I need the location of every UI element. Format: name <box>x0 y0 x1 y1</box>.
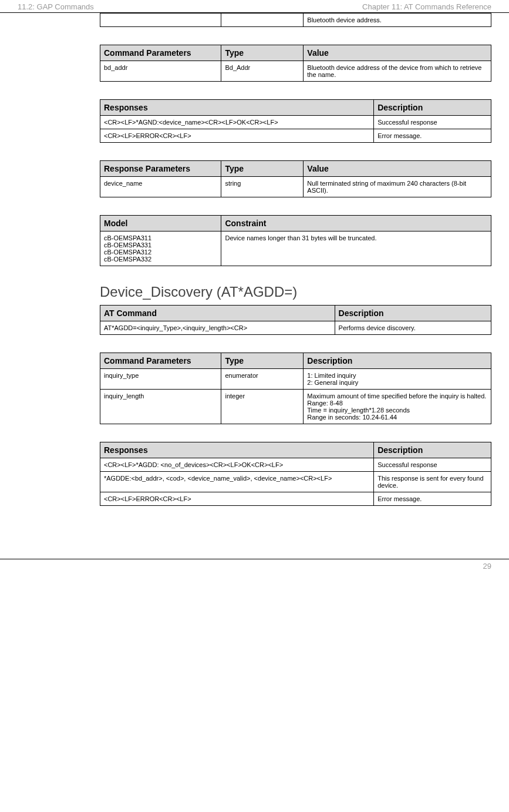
col-header: Type <box>221 45 304 61</box>
command-parameters-table: Command Parameters Type Value bd_addr Bd… <box>100 45 491 82</box>
cell: Successful response <box>374 458 491 472</box>
cell: Device names longer than 31 bytes will b… <box>221 231 491 266</box>
table-header-row: Responses Description <box>100 100 491 116</box>
table-header-row: Command Parameters Type Description <box>100 353 491 369</box>
cell: string <box>221 177 304 197</box>
cell: Maximum amount of time specified before … <box>304 390 491 424</box>
cell: <CR><LF>ERROR<CR><LF> <box>100 492 374 506</box>
cell: integer <box>221 390 304 424</box>
table-row: <CR><LF>ERROR<CR><LF> Error message. <box>100 492 491 506</box>
col-header: Response Parameters <box>100 161 221 177</box>
col-header: Responses <box>100 442 374 458</box>
fragment-table: Bluetooth device address. <box>100 13 491 27</box>
cell: Error message. <box>374 129 491 143</box>
col-header: Value <box>304 161 491 177</box>
cell: Bluetooth device address of the device f… <box>304 61 491 82</box>
responses-table-2: Responses Description <CR><LF>*AGDD: <no… <box>100 442 491 506</box>
col-header: Description <box>374 442 491 458</box>
table-row: inquiry_length integer Maximum amount of… <box>100 390 491 424</box>
cell: cB-OEMSPA311 cB-OEMSPA331 cB-OEMSPA312 c… <box>100 231 221 266</box>
fragment-cell: Bluetooth device address. <box>304 14 491 27</box>
header-right: Chapter 11: AT Commands Reference <box>362 2 491 11</box>
col-header: Model <box>100 216 221 231</box>
col-header: Command Parameters <box>100 45 221 61</box>
col-header: Type <box>221 353 304 369</box>
page-body: Bluetooth device address. Command Parame… <box>0 13 509 541</box>
col-header: Responses <box>100 100 374 116</box>
cell: Error message. <box>374 492 491 506</box>
cell: bd_addr <box>100 61 221 82</box>
cell: This response is sent for every found de… <box>374 472 491 492</box>
col-header: Description <box>335 306 491 321</box>
cell: Null terminated string of maximum 240 ch… <box>304 177 491 197</box>
at-command-table: AT Command Description AT*AGDD=<inquiry_… <box>100 305 491 335</box>
table-row: AT*AGDD=<inquiry_Type>,<inquiry_length><… <box>100 321 491 335</box>
cell: <CR><LF>*AGND:<device_name><CR><LF>OK<CR… <box>100 116 374 129</box>
table-row: <CR><LF>*AGDD: <no_of_devices><CR><LF>OK… <box>100 458 491 472</box>
page-number: 29 <box>483 562 491 571</box>
model-constraint-table: Model Constraint cB-OEMSPA311 cB-OEMSPA3… <box>100 215 491 266</box>
col-header: Value <box>304 45 491 61</box>
col-header: AT Command <box>100 306 335 321</box>
responses-table: Responses Description <CR><LF>*AGND:<dev… <box>100 99 491 143</box>
cell: AT*AGDD=<inquiry_Type>,<inquiry_length><… <box>100 321 335 335</box>
table-row: *AGDDE:<bd_addr>, <cod>, <device_name_va… <box>100 472 491 492</box>
response-parameters-table: Response Parameters Type Value device_na… <box>100 160 491 197</box>
col-header: Command Parameters <box>100 353 221 369</box>
cell: *AGDDE:<bd_addr>, <cod>, <device_name_va… <box>100 472 374 492</box>
page-header: 11.2: GAP Commands Chapter 11: AT Comman… <box>0 0 509 13</box>
table-row: Bluetooth device address. <box>100 14 491 27</box>
table-row: inquiry_type enumerator 1: Limited inqui… <box>100 369 491 390</box>
cell: 1: Limited inquiry 2: General inquiry <box>304 369 491 390</box>
table-row: cB-OEMSPA311 cB-OEMSPA331 cB-OEMSPA312 c… <box>100 231 491 266</box>
table-row: <CR><LF>ERROR<CR><LF> Error message. <box>100 129 491 143</box>
page-footer: 29 <box>0 559 509 573</box>
cell: <CR><LF>*AGDD: <no_of_devices><CR><LF>OK… <box>100 458 374 472</box>
table-header-row: Model Constraint <box>100 216 491 231</box>
col-header: Constraint <box>221 216 491 231</box>
table-header-row: Command Parameters Type Value <box>100 45 491 61</box>
cell: Bd_Addr <box>221 61 304 82</box>
col-header: Type <box>221 161 304 177</box>
table-header-row: Response Parameters Type Value <box>100 161 491 177</box>
command-parameters-table-2: Command Parameters Type Description inqu… <box>100 353 491 424</box>
section-heading: Device_Discovery (AT*AGDD=) <box>100 284 491 300</box>
cell: inquiry_length <box>100 390 221 424</box>
table-header-row: AT Command Description <box>100 306 491 321</box>
table-header-row: Responses Description <box>100 442 491 458</box>
header-left: 11.2: GAP Commands <box>18 2 94 11</box>
cell: device_name <box>100 177 221 197</box>
table-row: bd_addr Bd_Addr Bluetooth device address… <box>100 61 491 82</box>
empty-cell <box>100 14 221 27</box>
cell: enumerator <box>221 369 304 390</box>
table-row: device_name string Null terminated strin… <box>100 177 491 197</box>
table-row: <CR><LF>*AGND:<device_name><CR><LF>OK<CR… <box>100 116 491 129</box>
col-header: Description <box>374 100 491 116</box>
cell: Performs device discovery. <box>335 321 491 335</box>
empty-cell <box>221 14 304 27</box>
cell: Successful response <box>374 116 491 129</box>
cell: <CR><LF>ERROR<CR><LF> <box>100 129 374 143</box>
col-header: Description <box>304 353 491 369</box>
cell: inquiry_type <box>100 369 221 390</box>
